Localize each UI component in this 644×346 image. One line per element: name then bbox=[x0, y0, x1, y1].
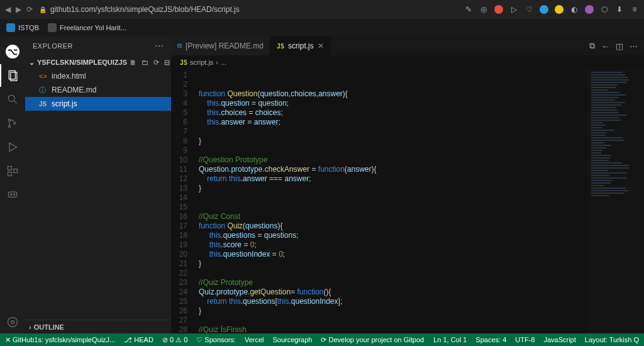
svg-point-15 bbox=[8, 318, 18, 327]
bookmark-item[interactable]: Freelancer Yol Harit... bbox=[48, 23, 126, 32]
line-number: 2 bbox=[171, 80, 199, 89]
search-icon[interactable] bbox=[0, 88, 25, 111]
status-item[interactable]: ⟳ Develop your project on Gitpod bbox=[321, 336, 424, 344]
line-number: 20 bbox=[171, 250, 199, 259]
bookmark-label: ISTQB bbox=[18, 24, 39, 31]
back-button[interactable]: ◀ bbox=[5, 5, 11, 14]
ext-icon[interactable]: ✎ bbox=[464, 5, 473, 14]
line-number: 18 bbox=[171, 231, 199, 240]
compare-icon[interactable]: ⧉ bbox=[589, 41, 595, 51]
ext-icon[interactable]: ⬡ bbox=[600, 5, 609, 14]
line-number: 10 bbox=[171, 155, 199, 165]
more-icon[interactable]: ⋯ bbox=[630, 42, 638, 51]
code-line: 4 this.question = question; bbox=[171, 99, 587, 108]
ext-icon[interactable] bbox=[494, 5, 503, 14]
ext-icon[interactable]: ▷ bbox=[509, 5, 518, 14]
sidebar-more-icon[interactable]: ⋯ bbox=[155, 41, 164, 51]
forward-button[interactable]: ▶ bbox=[16, 5, 21, 14]
code-line: 10//Question Prototype bbox=[171, 155, 587, 165]
code-line: 8} bbox=[171, 137, 587, 146]
code-line: 26} bbox=[171, 306, 587, 316]
repo-header[interactable]: ⌄ YSFCLSKN/SIMPLEQUIZJS 🗎 🗀 ⟳ ⊟ bbox=[25, 55, 171, 69]
line-number: 28 bbox=[171, 325, 199, 333]
status-item[interactable]: Ln 1, Col 1 bbox=[433, 336, 467, 343]
status-item[interactable]: JavaScript bbox=[543, 336, 575, 343]
status-item[interactable]: Sourcegraph bbox=[272, 336, 312, 344]
code-line: 23//Quiz Prototype bbox=[171, 278, 587, 287]
refresh-icon[interactable]: ⟳ bbox=[153, 59, 159, 67]
status-item[interactable]: Layout: Turkish Q bbox=[585, 336, 639, 343]
explorer-icon[interactable] bbox=[0, 64, 25, 87]
editor-actions: ⧉ ← ◫ ⋯ bbox=[583, 36, 644, 55]
reload-button[interactable]: ⟳ bbox=[26, 5, 33, 14]
source-control-icon[interactable] bbox=[0, 112, 25, 135]
status-item[interactable]: ⎇ HEAD bbox=[124, 336, 153, 344]
file-item[interactable]: <>index.html bbox=[25, 69, 171, 83]
code-line: 16//Quiz Const bbox=[171, 212, 587, 221]
file-icon: ⓘ bbox=[39, 86, 48, 95]
status-bar: ✕ GitHub1s: ysfclskn/simpleQuizJ...⎇ HEA… bbox=[0, 333, 644, 346]
ext-icon[interactable]: ◐ bbox=[570, 5, 579, 14]
extensions-icon[interactable] bbox=[0, 160, 25, 182]
tab-label: script.js bbox=[288, 42, 314, 50]
breadcrumb[interactable]: JS script.js › ... bbox=[171, 55, 644, 69]
browser-extensions: ✎ ◎ ▷ ♡ ◐ ⬡ ⬇ ≡ bbox=[464, 5, 639, 14]
sidebar-header: EXPLORER ⋯ bbox=[25, 36, 171, 55]
line-number: 15 bbox=[171, 203, 199, 212]
outline-section[interactable]: › OUTLINE bbox=[25, 320, 171, 333]
code-editor[interactable]: 123function Question(question,choices,an… bbox=[171, 69, 587, 333]
outline-label: OUTLINE bbox=[34, 323, 64, 331]
code-line: 3function Question(question,choices,answ… bbox=[171, 89, 587, 99]
new-folder-icon[interactable]: 🗀 bbox=[142, 59, 148, 67]
line-number: 17 bbox=[171, 221, 199, 231]
status-item[interactable]: ✕ GitHub1s: ysfclskn/simpleQuizJ... bbox=[5, 336, 115, 344]
status-item[interactable]: ♡ Sponsors: bbox=[196, 336, 236, 344]
ext-icon[interactable]: ♡ bbox=[525, 5, 533, 14]
file-item[interactable]: JSscript.js bbox=[25, 97, 171, 111]
status-item[interactable]: UTF-8 bbox=[515, 336, 535, 343]
ext-icon[interactable]: ⬇ bbox=[615, 5, 624, 14]
code-line: 7 bbox=[171, 127, 587, 137]
collapse-icon[interactable]: ⊟ bbox=[164, 59, 170, 67]
ext-icon[interactable]: ◎ bbox=[479, 5, 488, 14]
ext-icon[interactable] bbox=[585, 5, 594, 14]
status-item[interactable]: ⊘ 0 ⚠ 0 bbox=[162, 336, 187, 344]
url-bar[interactable]: 🔒 github1s.com/ysfclskn/simpleQuizJS/blo… bbox=[39, 5, 240, 14]
line-number: 24 bbox=[171, 287, 199, 297]
status-item[interactable]: Vercel bbox=[245, 336, 264, 344]
ext-icon[interactable]: ≡ bbox=[630, 5, 639, 14]
close-icon[interactable]: ✕ bbox=[318, 42, 324, 50]
remote-icon[interactable] bbox=[0, 184, 25, 206]
split-icon[interactable]: ◫ bbox=[616, 42, 623, 51]
line-number: 19 bbox=[171, 240, 199, 250]
editor-tab[interactable]: JSscript.js✕ bbox=[270, 36, 331, 55]
file-icon: JS bbox=[39, 101, 48, 108]
bookmark-item[interactable]: ISTQB bbox=[6, 23, 39, 32]
go-back-icon[interactable]: ← bbox=[601, 42, 609, 51]
svg-line-3 bbox=[14, 101, 17, 104]
status-item[interactable]: Spaces: 4 bbox=[475, 336, 506, 343]
code-line: 5 this.choices = choices; bbox=[171, 108, 587, 118]
ext-icon[interactable] bbox=[540, 5, 548, 14]
debug-icon[interactable] bbox=[0, 136, 25, 159]
line-number: 13 bbox=[171, 184, 199, 193]
bookmarks-bar: ISTQBFreelancer Yol Harit... bbox=[0, 19, 644, 36]
settings-icon[interactable] bbox=[0, 311, 25, 333]
file-name: README.md bbox=[52, 86, 96, 94]
code-line: 9 bbox=[171, 146, 587, 155]
code-line: 27 bbox=[171, 316, 587, 325]
editor-tab[interactable]: ⧉[Preview] README.md bbox=[171, 36, 270, 55]
breadcrumb-sep: › bbox=[216, 59, 218, 66]
new-file-icon[interactable]: 🗎 bbox=[130, 59, 136, 67]
activity-bar: ⌥ bbox=[0, 36, 25, 333]
chevron-right-icon: › bbox=[29, 323, 31, 331]
github-logo[interactable]: ⌥ bbox=[0, 40, 25, 63]
line-number: 23 bbox=[171, 278, 199, 287]
line-number: 26 bbox=[171, 306, 199, 316]
ext-icon[interactable] bbox=[555, 5, 564, 14]
line-number: 22 bbox=[171, 269, 199, 278]
minimap[interactable] bbox=[587, 69, 644, 333]
sidebar-title: EXPLORER bbox=[33, 42, 73, 50]
file-item[interactable]: ⓘREADME.md bbox=[25, 83, 171, 97]
line-number: 11 bbox=[171, 165, 199, 174]
